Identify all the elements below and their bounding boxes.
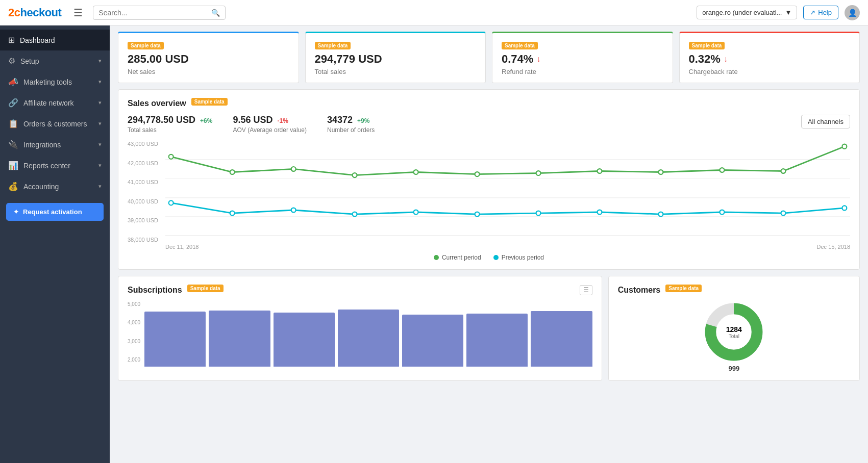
subscription-bar-2 <box>274 313 335 367</box>
sidebar-item-marketing-tools[interactable]: 📣 Marketing tools ▾ <box>0 71 110 92</box>
orders-stat: 34372 +9% Number of orders <box>327 115 375 134</box>
metric-value-2: 0.74% ↓ <box>502 53 663 66</box>
chevron-icon: ▾ <box>98 58 102 64</box>
sales-overview-card: Sales overview Sample data 294,778.50 US… <box>118 89 860 270</box>
activation-icon: ✦ <box>13 208 19 216</box>
sales-line-chart <box>165 141 850 243</box>
customers-donut: 1284 Total 999 <box>618 301 850 372</box>
chevron-icon: ▾ <box>98 141 102 148</box>
topnav-right: orange.ro (under evaluati... ▼ ↗ Help 👤 <box>697 5 860 20</box>
all-channels-button[interactable]: All channels <box>801 115 850 128</box>
sales-overview-badge: Sample data <box>191 98 228 106</box>
svg-point-8 <box>291 167 296 171</box>
trend-icon-2: ↓ <box>536 55 540 64</box>
subscriptions-badge: Sample data <box>187 285 224 292</box>
chart-y-label: 38,000 USD <box>128 237 158 243</box>
customers-card: Customers Sample data 1284 Total <box>608 276 860 381</box>
metric-cards-row: Sample data 285.00 USD Net sales Sample … <box>118 32 860 83</box>
metric-value-1: 294,779 USD <box>315 53 477 66</box>
sidebar-item-reports-center[interactable]: 📊 Reports center ▾ <box>0 155 110 176</box>
search-icon: 🔍 <box>211 9 220 17</box>
sidebar-item-orders-customers[interactable]: 📋 Orders & customers ▾ <box>0 113 110 134</box>
user-icon: 👤 <box>848 9 857 17</box>
sub-y-label: 3,000 <box>128 339 140 344</box>
sidebar-item-dashboard[interactable]: ⊞ Dashboard <box>0 30 110 50</box>
aov-stat: 9.56 USD -1% AOV (Average order value) <box>233 115 307 134</box>
customers-badge: Sample data <box>665 285 702 292</box>
subscription-bar-3 <box>338 310 399 367</box>
sidebar-icon-dashboard: ⊞ <box>8 35 15 45</box>
subscriptions-header: Subscriptions Sample data ☰ <box>128 285 592 295</box>
main-layout: ⊞ Dashboard ⚙ Setup ▾ 📣 Marketing tools … <box>0 25 868 463</box>
subscriptions-menu-icon[interactable]: ☰ <box>580 285 592 295</box>
svg-point-10 <box>414 170 418 174</box>
chevron-icon: ▾ <box>98 79 102 85</box>
svg-point-27 <box>720 210 724 215</box>
sales-overview-title: Sales overview <box>128 99 186 108</box>
sidebar-item-affiliate-network[interactable]: 🔗 Affiliate network ▾ <box>0 92 110 113</box>
svg-point-29 <box>842 205 847 210</box>
customers-header: Customers Sample data <box>618 285 850 295</box>
subscriptions-title: Subscriptions <box>128 286 182 295</box>
subscription-bar-5 <box>466 314 528 367</box>
metric-badge-1: Sample data <box>315 42 351 49</box>
sidebar-label-affiliate-network: Affiliate network <box>23 99 93 107</box>
metric-badge-2: Sample data <box>502 42 538 49</box>
metric-badge-3: Sample data <box>689 42 725 49</box>
sales-overview-header: Sales overview Sample data <box>128 98 850 109</box>
svg-point-28 <box>781 211 785 216</box>
sidebar-icon-reports-center: 📊 <box>8 161 18 170</box>
chevron-icon: ▾ <box>98 99 102 106</box>
metric-label-2: Refund rate <box>502 68 663 75</box>
request-activation-button[interactable]: ✦ Request activation <box>6 203 104 221</box>
chart-y-label: 43,000 USD <box>128 141 158 147</box>
sub-y-label: 5,000 <box>128 301 140 307</box>
sidebar-item-integrations[interactable]: 🔌 Integrations ▾ <box>0 134 110 155</box>
account-selector[interactable]: orange.ro (under evaluati... ▼ <box>697 6 797 19</box>
trend-icon-3: ↓ <box>724 55 728 64</box>
avatar[interactable]: 👤 <box>845 5 860 20</box>
sidebar-icon-accounting: 💰 <box>8 182 18 191</box>
sub-y-label: 4,000 <box>128 320 140 325</box>
customers-segment-value: 999 <box>728 365 739 372</box>
sidebar-label-orders-customers: Orders & customers <box>23 120 93 128</box>
subscription-bar-1 <box>209 311 270 367</box>
svg-point-17 <box>842 144 847 149</box>
chevron-down-icon: ▼ <box>785 9 791 16</box>
main-content: Sample data 285.00 USD Net sales Sample … <box>110 25 868 463</box>
subscription-bar-4 <box>402 315 463 367</box>
svg-point-21 <box>353 212 357 217</box>
hamburger-menu-icon[interactable]: ☰ <box>73 7 83 19</box>
chart-y-label: 41,000 USD <box>128 179 158 185</box>
logo[interactable]: 2checkout <box>8 6 61 19</box>
sidebar-item-accounting[interactable]: 💰 Accounting ▾ <box>0 176 110 197</box>
sub-y-label: 2,000 <box>128 357 140 363</box>
sales-stats-row: 294,778.50 USD +6% Total sales 9.56 USD … <box>128 115 850 134</box>
customers-title: Customers <box>618 286 661 295</box>
chart-y-axis: 43,000 USD42,000 USD41,000 USD40,000 USD… <box>128 141 161 243</box>
svg-point-19 <box>230 211 235 216</box>
help-button[interactable]: ↗ Help <box>803 6 838 19</box>
svg-point-20 <box>291 208 296 213</box>
chart-legend: Current period Previous period <box>128 254 850 261</box>
search-box[interactable]: 🔍 <box>93 6 226 20</box>
metric-value-3: 0.32% ↓ <box>689 53 851 66</box>
svg-point-9 <box>353 173 357 177</box>
svg-point-24 <box>536 211 540 216</box>
chevron-icon: ▾ <box>98 162 102 169</box>
svg-point-15 <box>720 168 724 172</box>
subscription-bar-0 <box>144 312 206 367</box>
search-input[interactable] <box>98 9 211 17</box>
legend-previous: Previous period <box>493 254 544 261</box>
svg-point-14 <box>658 170 663 174</box>
svg-point-6 <box>169 155 173 159</box>
sidebar-item-setup[interactable]: ⚙ Setup ▾ <box>0 50 110 71</box>
sidebar-label-accounting: Accounting <box>23 183 93 191</box>
metric-card-0: Sample data 285.00 USD Net sales <box>118 32 299 83</box>
svg-point-11 <box>475 172 480 176</box>
sidebar-label-integrations: Integrations <box>23 141 93 149</box>
sidebar-icon-marketing-tools: 📣 <box>8 77 18 87</box>
external-link-icon: ↗ <box>810 9 815 16</box>
svg-point-26 <box>658 212 663 217</box>
customers-total: 1284 <box>726 325 742 333</box>
